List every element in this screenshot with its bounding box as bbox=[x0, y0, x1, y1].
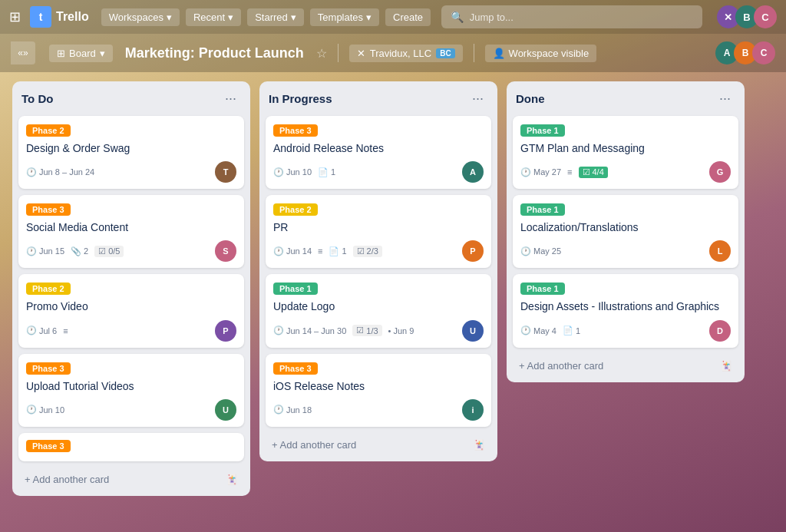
card-social-media[interactable]: Phase 3 Social Media Content 🕐 Jun 15 📎 … bbox=[18, 195, 244, 268]
board-view-button[interactable]: ⊞ Board ▾ bbox=[49, 45, 113, 62]
phase-badge: Phase 3 bbox=[273, 362, 318, 375]
workspace-icon: ✕ bbox=[357, 48, 365, 59]
clock-icon: 🕐 bbox=[273, 325, 284, 335]
add-card-row: + Add another card 🃏 bbox=[519, 360, 732, 372]
workspace-tag[interactable]: ✕ Travidux, LLC BC bbox=[349, 45, 463, 62]
card-footer: 🕐 Jun 8 – Jun 24 T bbox=[26, 161, 236, 183]
card-date: 🕐 May 25 bbox=[520, 246, 561, 256]
column-footer-todo: + Add another card 🃏 bbox=[12, 464, 250, 496]
card-meta: 🕐 Jun 14 – Jun 30 ☑ 1/3 • Jun 9 bbox=[273, 325, 462, 336]
card-date: 🕐 Jun 10 bbox=[273, 167, 312, 177]
column-header-todo: To Do ··· bbox=[12, 81, 250, 113]
card-checklist: ☑ 2/3 bbox=[353, 246, 382, 257]
card-date: 🕐 Jul 6 bbox=[26, 325, 57, 335]
board-avatars[interactable]: A B C bbox=[715, 41, 775, 64]
card-footer: 🕐 Jun 10 📄 1 A bbox=[273, 161, 484, 183]
search-bar[interactable]: 🔍 bbox=[441, 5, 702, 28]
board-title: Marketing: Product Launch bbox=[125, 45, 304, 61]
card-localization[interactable]: Phase 1 Localization/Translations 🕐 May … bbox=[513, 195, 738, 268]
card-design-assets[interactable]: Phase 1 Design Assets - Illustrations an… bbox=[513, 274, 738, 347]
card-title: iOS Release Notes bbox=[273, 379, 484, 393]
templates-button[interactable]: Templates ▾ bbox=[310, 8, 379, 26]
search-icon: 🔍 bbox=[451, 11, 464, 23]
visibility-button[interactable]: 👤 Workspace visible bbox=[485, 45, 597, 62]
chevron-down-icon: ▾ bbox=[100, 48, 105, 59]
card-footer: 🕐 Jun 18 i bbox=[273, 399, 484, 421]
card-avatar: U bbox=[215, 399, 236, 421]
card-avatar: G bbox=[709, 161, 731, 183]
card-attachment: 📄 1 bbox=[329, 246, 346, 256]
chevron-down-icon: ▾ bbox=[167, 12, 172, 23]
card-date: 🕐 Jun 10 bbox=[26, 405, 64, 415]
card-footer: 🕐 Jun 15 📎 2 ☑ 0/5 bbox=[26, 240, 236, 262]
card-title: Update Logo bbox=[273, 299, 484, 313]
column-menu-todo[interactable]: ··· bbox=[220, 89, 241, 108]
workspace-badge: BC bbox=[436, 48, 454, 58]
card-update-logo[interactable]: Phase 1 Update Logo 🕐 Jun 14 – Jun 30 ☑ … bbox=[266, 274, 491, 347]
card-footer: 🕐 May 25 L bbox=[520, 240, 731, 262]
create-button[interactable]: Create bbox=[385, 8, 431, 26]
card-attachment: 📄 1 bbox=[318, 167, 335, 177]
phase-badge: Phase 2 bbox=[26, 124, 71, 137]
workspaces-button[interactable]: Workspaces ▾ bbox=[101, 8, 180, 26]
attachment-icon: 📄 bbox=[563, 325, 573, 335]
add-card-button-done[interactable]: + Add another card 🃏 bbox=[513, 355, 738, 376]
card-gtm-plan[interactable]: Phase 1 GTM Plan and Messaging 🕐 May 27 … bbox=[513, 116, 738, 189]
phase-badge: Phase 1 bbox=[520, 203, 565, 216]
card-template-icon[interactable]: 🃏 bbox=[720, 360, 732, 372]
card-title: Social Media Content bbox=[26, 220, 236, 234]
card-template-icon[interactable]: 🃏 bbox=[473, 439, 485, 451]
card-ios-notes[interactable]: Phase 3 iOS Release Notes 🕐 Jun 18 i bbox=[266, 354, 491, 427]
starred-button[interactable]: Starred ▾ bbox=[247, 8, 304, 26]
list-icon: ≡ bbox=[567, 167, 572, 177]
column-todo: To Do ··· Phase 2 Design & Order Swag 🕐 … bbox=[12, 81, 250, 496]
add-card-button-inprogress[interactable]: + Add another card 🃏 bbox=[266, 435, 491, 455]
column-done: Done ··· Phase 1 GTM Plan and Messaging … bbox=[507, 81, 745, 382]
card-date: 🕐 Jun 14 – Jun 30 bbox=[273, 325, 346, 335]
search-input[interactable] bbox=[470, 12, 693, 23]
card-design-swag[interactable]: Phase 2 Design & Order Swag 🕐 Jun 8 – Ju… bbox=[18, 116, 244, 189]
star-icon[interactable]: ☆ bbox=[316, 46, 327, 61]
card-title: Android Release Notes bbox=[273, 141, 484, 155]
checklist-icon: ☑ bbox=[583, 167, 590, 177]
avatar[interactable]: C bbox=[754, 5, 777, 28]
card-upload-tutorials[interactable]: Phase 3 Upload Tutorial Videos 🕐 Jun 10 … bbox=[18, 354, 244, 427]
card-avatar: T bbox=[215, 161, 236, 183]
card-meta: 🕐 Jun 18 bbox=[273, 405, 462, 415]
column-title-todo: To Do bbox=[21, 92, 53, 105]
trello-logo[interactable]: t Trello bbox=[30, 6, 89, 28]
grid-icon[interactable]: ⊞ bbox=[9, 8, 21, 25]
paperclip-icon: 📎 bbox=[71, 246, 81, 256]
clock-icon: 🕐 bbox=[26, 246, 37, 256]
card-date: 🕐 Jun 8 – Jun 24 bbox=[26, 167, 94, 177]
checklist-icon: ☑ bbox=[356, 325, 364, 335]
card-checklist: ☑ 0/5 bbox=[94, 246, 124, 257]
add-card-button-todo[interactable]: + Add another card 🃏 bbox=[18, 469, 244, 490]
avatar-stack[interactable]: ✕ B C bbox=[717, 5, 777, 28]
clock-icon: 🕐 bbox=[273, 167, 284, 177]
clock-icon: 🕐 bbox=[273, 246, 284, 256]
column-menu-done[interactable]: ··· bbox=[715, 89, 735, 108]
card-promo-video[interactable]: Phase 2 Promo Video 🕐 Jul 6 ≡ P bbox=[18, 274, 244, 347]
board-avatar[interactable]: C bbox=[752, 41, 775, 64]
sidebar-toggle[interactable]: «» bbox=[11, 41, 35, 64]
phase-badge: Phase 3 bbox=[26, 362, 71, 375]
card-meta: 🕐 Jun 14 ≡ 📄 1 ☑ bbox=[273, 246, 462, 257]
cards-todo: Phase 2 Design & Order Swag 🕐 Jun 8 – Ju… bbox=[12, 113, 250, 464]
list-icon: ≡ bbox=[318, 246, 322, 256]
column-title-done: Done bbox=[516, 92, 545, 105]
card-truncated[interactable]: Phase 3 bbox=[18, 433, 244, 461]
clock-icon: 🕐 bbox=[26, 325, 37, 335]
card-meta: 🕐 Jun 10 📄 1 bbox=[273, 167, 462, 177]
card-meta: 🕐 May 27 ≡ ☑ 4/4 bbox=[520, 167, 709, 178]
column-menu-inprogress[interactable]: ··· bbox=[467, 89, 488, 108]
card-template-icon[interactable]: 🃏 bbox=[226, 474, 238, 485]
card-meta: 🕐 May 25 bbox=[520, 246, 709, 256]
card-pr[interactable]: Phase 2 PR 🕐 Jun 14 ≡ 📄 bbox=[266, 195, 491, 268]
phase-badge: Phase 2 bbox=[26, 283, 71, 295]
board-area: To Do ··· Phase 2 Design & Order Swag 🕐 … bbox=[0, 72, 786, 532]
card-android-notes[interactable]: Phase 3 Android Release Notes 🕐 Jun 10 📄… bbox=[266, 116, 491, 189]
board-icon: ⊞ bbox=[57, 48, 65, 59]
recent-button[interactable]: Recent ▾ bbox=[186, 8, 241, 26]
checklist-icon: ☑ bbox=[98, 246, 106, 256]
